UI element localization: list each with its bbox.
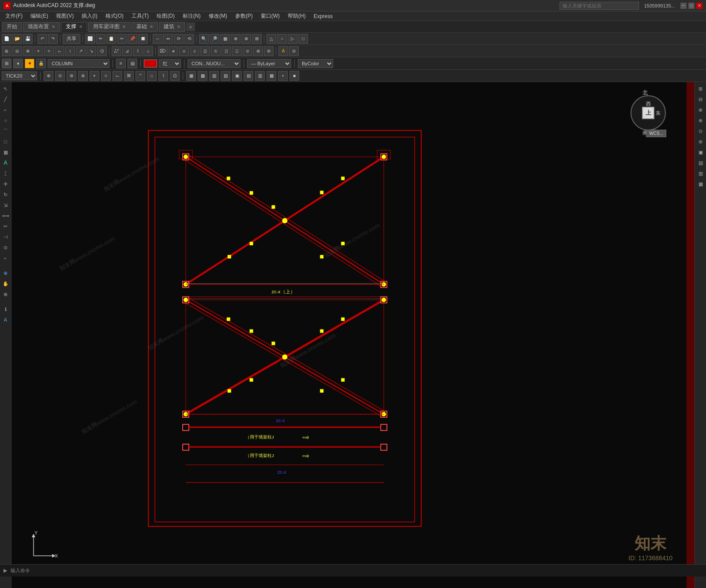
lineweight-dropdown[interactable]: — ByLayer — [247, 59, 291, 68]
layer-icon3[interactable]: ☀ — [25, 59, 34, 68]
plotstyle-dropdown[interactable]: ByColor — [298, 59, 333, 68]
tb-btn-3[interactable]: ⬜ — [85, 34, 95, 44]
menu-format[interactable]: 格式(O) — [102, 11, 127, 21]
t3-btn-16[interactable]: ▨ — [221, 71, 230, 81]
close-button[interactable]: ✕ — [696, 3, 702, 9]
lt-offset[interactable]: ⊙ — [1, 243, 11, 252]
linetype-dropdown[interactable]: CON...NUOU... — [188, 59, 240, 68]
layer-icon1[interactable]: ⊞ — [2, 59, 11, 68]
tab-beam[interactable]: 用车梁详图 ✕ — [88, 22, 131, 32]
layer-dropdown[interactable]: COLUMN — [48, 59, 109, 68]
rt-btn-5[interactable]: ⊙ — [696, 126, 706, 136]
t3-btn-21[interactable]: ▪ — [278, 71, 288, 81]
lt-rect[interactable]: □ — [1, 137, 11, 146]
menu-dimension[interactable]: 标注(N) — [179, 11, 204, 21]
annotation-scale[interactable]: TICK20 — [2, 71, 37, 80]
rt-btn-6[interactable]: ⊚ — [696, 137, 706, 146]
t3-btn-7[interactable]: ⌙ — [113, 71, 122, 81]
menu-edit[interactable]: 编辑(E) — [27, 11, 52, 21]
tb-btn-12[interactable]: ⟲ — [184, 34, 194, 44]
tab-arch-close[interactable]: ✕ — [177, 24, 180, 29]
lt-orbit[interactable]: ⊗ — [1, 289, 11, 299]
lt-rotate[interactable]: ↻ — [1, 190, 11, 199]
layer-icon2[interactable]: ♦ — [13, 59, 23, 68]
tb-btn-16[interactable]: ⊕ — [231, 34, 240, 44]
tb-btn-17[interactable]: ⊗ — [241, 34, 251, 44]
lt-line[interactable]: ╱ — [1, 94, 11, 104]
lt-extend[interactable]: ⊣ — [1, 232, 11, 242]
tb2-btn-8[interactable]: ↗ — [76, 46, 86, 56]
tb-btn-4[interactable]: ✏ — [96, 34, 105, 44]
lt-pan[interactable]: ✋ — [1, 279, 11, 288]
menu-draw[interactable]: 绘图(D) — [153, 11, 178, 21]
tb2-btn-11[interactable]: ⌰ — [112, 46, 121, 56]
tb2-btn-26[interactable]: A — [278, 46, 288, 56]
tb-btn-6[interactable]: ✂ — [117, 34, 127, 44]
tb2-btn-4[interactable]: ⌖ — [34, 46, 43, 56]
menu-express[interactable]: Express — [310, 11, 336, 21]
menu-modify[interactable]: 修改(M) — [205, 11, 231, 21]
tb2-btn-10[interactable]: ⌬ — [97, 46, 107, 56]
tb2-btn-3[interactable]: ⊕ — [23, 46, 33, 56]
menu-help[interactable]: 帮助(H) — [284, 11, 309, 21]
lt-polyline[interactable]: ⌐ — [1, 105, 11, 115]
t3-btn-6[interactable]: ⌗ — [101, 71, 111, 81]
t3-btn-2[interactable]: ⊙ — [55, 71, 65, 81]
rt-btn-1[interactable]: ⊞ — [696, 84, 706, 94]
tab-foundation-close[interactable]: ✕ — [150, 24, 153, 29]
lt-dim[interactable]: ⌶ — [1, 169, 11, 178]
t3-btn-10[interactable]: ⌂ — [147, 71, 157, 81]
t3-btn-18[interactable]: ▤ — [244, 71, 253, 81]
tab-add-button[interactable]: + — [186, 22, 195, 31]
tb-btn-15[interactable]: ▦ — [220, 34, 230, 44]
tb2-btn-27[interactable]: ⊝ — [289, 46, 299, 56]
tb-btn-18[interactable]: ⊞ — [252, 34, 262, 44]
tb-btn-10[interactable]: ⇔ — [163, 34, 173, 44]
lt-fillet[interactable]: ⌐ — [1, 253, 11, 263]
tab-support-close[interactable]: ✕ — [79, 24, 83, 29]
t3-btn-15[interactable]: ▧ — [209, 71, 219, 81]
match-properties[interactable]: ≡ — [116, 59, 126, 68]
t3-btn-17[interactable]: ▣ — [232, 71, 242, 81]
wcs-button[interactable]: WCS... — [646, 130, 666, 137]
tab-wall[interactable]: 墙面布置 ✕ — [23, 22, 60, 32]
tb-btn-21[interactable]: ▷ — [288, 34, 297, 44]
tb2-btn-18[interactable]: ⌽ — [190, 46, 199, 56]
tb2-btn-20[interactable]: ⎋ — [211, 46, 221, 56]
tb2-btn-12[interactable]: ⊿ — [122, 46, 132, 56]
tb-btn-8[interactable]: 🔲 — [138, 34, 148, 44]
tb2-btn-21[interactable]: ⌻ — [222, 46, 231, 56]
lt-trim[interactable]: ✂ — [1, 221, 11, 231]
command-input[interactable] — [34, 568, 702, 574]
menu-file[interactable]: 文件(F) — [2, 11, 26, 21]
rt-btn-10[interactable]: ▦ — [696, 179, 706, 189]
rt-btn-2[interactable]: ⊟ — [696, 94, 706, 104]
t3-btn-12[interactable]: ⌬ — [170, 71, 180, 81]
menu-view[interactable]: 视图(V) — [53, 11, 77, 21]
tb2-btn-14[interactable]: ⌂ — [143, 46, 153, 56]
tb-btn-13[interactable]: 🔍 — [199, 34, 209, 44]
tab-arch[interactable]: 建筑 ✕ — [159, 22, 185, 32]
menu-parameter[interactable]: 参数(P) — [232, 11, 256, 21]
tab-beam-close[interactable]: ✕ — [122, 24, 126, 29]
t3-btn-8[interactable]: ⌘ — [124, 71, 134, 81]
lt-mirror[interactable]: ⟺ — [1, 211, 11, 221]
menu-window[interactable]: 窗口(W) — [257, 11, 283, 21]
t3-btn-20[interactable]: ▦ — [267, 71, 276, 81]
layer-state[interactable]: ▤ — [128, 59, 137, 68]
t3-btn-9[interactable]: ⌃ — [135, 71, 145, 81]
tb2-btn-15[interactable]: ⌦ — [158, 46, 168, 56]
rt-btn-4[interactable]: ⊗ — [696, 116, 706, 125]
color-dropdown[interactable]: 红 — [159, 59, 181, 68]
tb-btn-5[interactable]: 📋 — [106, 34, 116, 44]
tb2-btn-16[interactable]: ⎈ — [169, 46, 178, 56]
t3-btn-19[interactable]: ▥ — [255, 71, 265, 81]
lt-hatch[interactable]: ▦ — [1, 147, 11, 157]
t3-btn-11[interactable]: ⌇ — [158, 71, 168, 81]
new-button[interactable]: 📄 — [2, 34, 11, 44]
t3-btn-22[interactable]: ■ — [289, 71, 299, 81]
t3-btn-5[interactable]: ⌖ — [90, 71, 99, 81]
tb-btn-11[interactable]: ⟳ — [174, 34, 184, 44]
tb-btn-7[interactable]: 📌 — [128, 34, 137, 44]
redo-button[interactable]: ↷ — [48, 34, 58, 44]
